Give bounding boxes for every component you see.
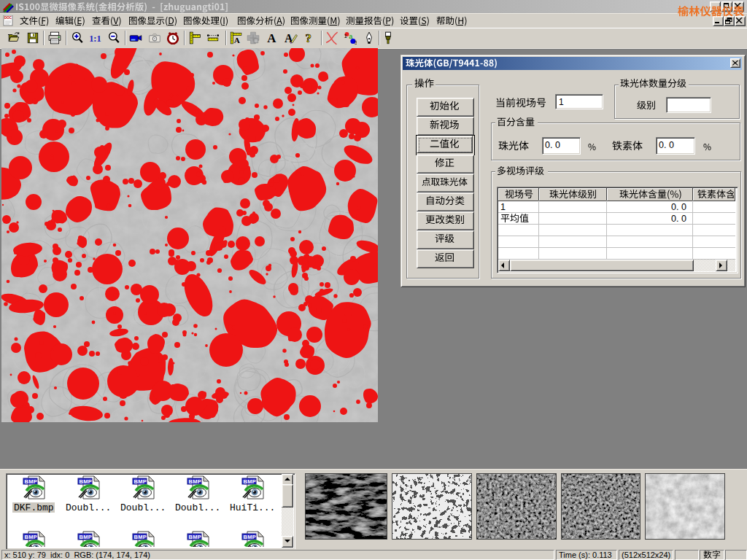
svg-text:A: A bbox=[234, 36, 241, 44]
svg-text:DOC: DOC bbox=[4, 16, 12, 20]
svg-text:?: ? bbox=[305, 31, 311, 44]
svg-text:1:1: 1:1 bbox=[89, 34, 101, 44]
svg-text:A: A bbox=[267, 31, 276, 44]
svg-text:1: 1 bbox=[344, 33, 347, 39]
svg-text:3: 3 bbox=[355, 39, 357, 44]
